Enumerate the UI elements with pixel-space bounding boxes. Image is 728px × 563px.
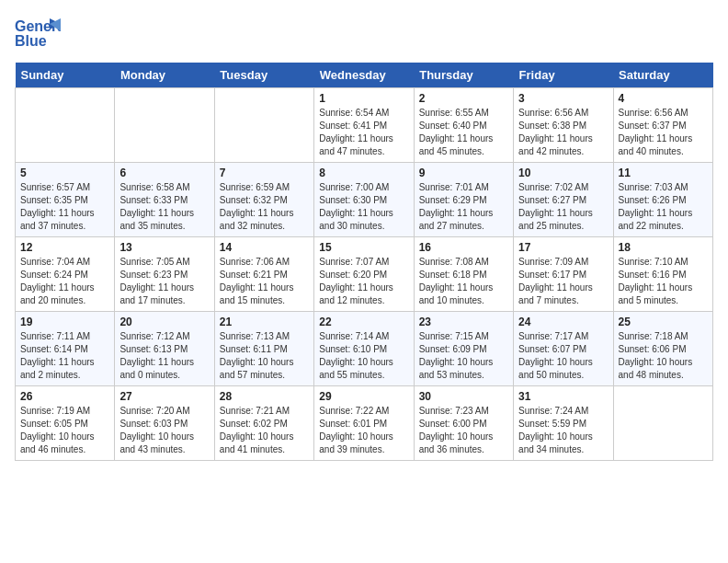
calendar-cell: 30Sunrise: 7:23 AM Sunset: 6:00 PM Dayli… bbox=[414, 386, 513, 461]
calendar-cell: 28Sunrise: 7:21 AM Sunset: 6:02 PM Dayli… bbox=[214, 386, 313, 461]
day-number: 18 bbox=[619, 241, 708, 254]
calendar-cell: 12Sunrise: 7:04 AM Sunset: 6:24 PM Dayli… bbox=[16, 237, 115, 312]
day-info: Sunrise: 7:19 AM Sunset: 6:05 PM Dayligh… bbox=[20, 405, 109, 456]
day-number: 12 bbox=[20, 241, 109, 254]
day-info: Sunrise: 7:02 AM Sunset: 6:27 PM Dayligh… bbox=[518, 181, 608, 233]
header: General Blue bbox=[15, 15, 713, 55]
calendar-cell: 26Sunrise: 7:19 AM Sunset: 6:05 PM Dayli… bbox=[16, 386, 115, 461]
day-info: Sunrise: 7:23 AM Sunset: 6:00 PM Dayligh… bbox=[419, 405, 508, 456]
week-row-1: 1Sunrise: 6:54 AM Sunset: 6:41 PM Daylig… bbox=[16, 88, 713, 163]
day-number: 16 bbox=[419, 241, 508, 254]
day-number: 13 bbox=[119, 241, 209, 254]
day-number: 25 bbox=[619, 316, 708, 328]
weekday-header-saturday: Saturday bbox=[613, 63, 712, 88]
weekday-header-monday: Monday bbox=[115, 63, 214, 88]
calendar-cell: 21Sunrise: 7:13 AM Sunset: 6:11 PM Dayli… bbox=[214, 312, 313, 386]
day-info: Sunrise: 6:56 AM Sunset: 6:38 PM Dayligh… bbox=[518, 107, 608, 158]
calendar-cell: 31Sunrise: 7:24 AM Sunset: 5:59 PM Dayli… bbox=[514, 386, 613, 461]
day-number: 26 bbox=[20, 390, 109, 403]
day-number: 7 bbox=[220, 167, 309, 179]
calendar-cell: 9Sunrise: 7:01 AM Sunset: 6:29 PM Daylig… bbox=[414, 163, 513, 237]
week-row-3: 12Sunrise: 7:04 AM Sunset: 6:24 PM Dayli… bbox=[16, 237, 713, 312]
calendar-table: SundayMondayTuesdayWednesdayThursdayFrid… bbox=[15, 63, 713, 461]
day-info: Sunrise: 7:00 AM Sunset: 6:30 PM Dayligh… bbox=[319, 181, 408, 233]
day-number: 9 bbox=[419, 167, 508, 179]
day-info: Sunrise: 7:03 AM Sunset: 6:26 PM Dayligh… bbox=[619, 181, 708, 233]
calendar-cell: 27Sunrise: 7:20 AM Sunset: 6:03 PM Dayli… bbox=[115, 386, 214, 461]
day-info: Sunrise: 7:20 AM Sunset: 6:03 PM Dayligh… bbox=[119, 405, 209, 456]
day-number: 2 bbox=[419, 92, 508, 105]
calendar-cell: 22Sunrise: 7:14 AM Sunset: 6:10 PM Dayli… bbox=[314, 312, 414, 386]
day-info: Sunrise: 7:06 AM Sunset: 6:21 PM Dayligh… bbox=[220, 256, 309, 307]
day-number: 20 bbox=[119, 316, 209, 328]
day-info: Sunrise: 6:55 AM Sunset: 6:40 PM Dayligh… bbox=[419, 107, 508, 158]
logo: General Blue bbox=[15, 15, 61, 55]
week-row-4: 19Sunrise: 7:11 AM Sunset: 6:14 PM Dayli… bbox=[16, 312, 713, 386]
calendar-cell: 5Sunrise: 6:57 AM Sunset: 6:35 PM Daylig… bbox=[16, 163, 115, 237]
day-number: 10 bbox=[518, 167, 608, 179]
day-number: 17 bbox=[518, 241, 608, 254]
day-number: 6 bbox=[119, 167, 209, 179]
day-number: 14 bbox=[220, 241, 309, 254]
weekday-header-thursday: Thursday bbox=[414, 63, 513, 88]
week-row-5: 26Sunrise: 7:19 AM Sunset: 6:05 PM Dayli… bbox=[16, 386, 713, 461]
calendar-cell: 19Sunrise: 7:11 AM Sunset: 6:14 PM Dayli… bbox=[16, 312, 115, 386]
calendar-cell: 2Sunrise: 6:55 AM Sunset: 6:40 PM Daylig… bbox=[414, 88, 513, 163]
day-info: Sunrise: 6:56 AM Sunset: 6:37 PM Dayligh… bbox=[619, 107, 708, 158]
calendar-cell: 6Sunrise: 6:58 AM Sunset: 6:33 PM Daylig… bbox=[115, 163, 214, 237]
day-info: Sunrise: 7:22 AM Sunset: 6:01 PM Dayligh… bbox=[319, 405, 408, 456]
calendar-cell: 18Sunrise: 7:10 AM Sunset: 6:16 PM Dayli… bbox=[613, 237, 712, 312]
day-info: Sunrise: 7:01 AM Sunset: 6:29 PM Dayligh… bbox=[419, 181, 508, 233]
day-info: Sunrise: 7:13 AM Sunset: 6:11 PM Dayligh… bbox=[220, 330, 309, 382]
day-info: Sunrise: 7:17 AM Sunset: 6:07 PM Dayligh… bbox=[518, 330, 608, 382]
calendar-cell: 8Sunrise: 7:00 AM Sunset: 6:30 PM Daylig… bbox=[314, 163, 414, 237]
day-number: 11 bbox=[619, 167, 708, 179]
day-number: 4 bbox=[619, 92, 708, 105]
calendar-cell: 20Sunrise: 7:12 AM Sunset: 6:13 PM Dayli… bbox=[115, 312, 214, 386]
calendar-cell: 10Sunrise: 7:02 AM Sunset: 6:27 PM Dayli… bbox=[514, 163, 613, 237]
day-info: Sunrise: 7:10 AM Sunset: 6:16 PM Dayligh… bbox=[619, 256, 708, 307]
day-number: 8 bbox=[319, 167, 408, 179]
day-info: Sunrise: 7:24 AM Sunset: 5:59 PM Dayligh… bbox=[518, 405, 608, 456]
calendar-cell: 14Sunrise: 7:06 AM Sunset: 6:21 PM Dayli… bbox=[214, 237, 313, 312]
day-info: Sunrise: 7:21 AM Sunset: 6:02 PM Dayligh… bbox=[220, 405, 309, 456]
logo-icon: General Blue bbox=[15, 15, 61, 55]
week-row-2: 5Sunrise: 6:57 AM Sunset: 6:35 PM Daylig… bbox=[16, 163, 713, 237]
day-info: Sunrise: 7:18 AM Sunset: 6:06 PM Dayligh… bbox=[619, 330, 708, 382]
day-info: Sunrise: 6:59 AM Sunset: 6:32 PM Dayligh… bbox=[220, 181, 309, 233]
day-info: Sunrise: 7:08 AM Sunset: 6:18 PM Dayligh… bbox=[419, 256, 508, 307]
day-number: 5 bbox=[20, 167, 109, 179]
calendar-cell: 24Sunrise: 7:17 AM Sunset: 6:07 PM Dayli… bbox=[514, 312, 613, 386]
day-number: 15 bbox=[319, 241, 408, 254]
day-number: 29 bbox=[319, 390, 408, 403]
day-number: 31 bbox=[518, 390, 608, 403]
day-info: Sunrise: 7:05 AM Sunset: 6:23 PM Dayligh… bbox=[119, 256, 209, 307]
calendar-cell: 17Sunrise: 7:09 AM Sunset: 6:17 PM Dayli… bbox=[514, 237, 613, 312]
calendar-cell: 13Sunrise: 7:05 AM Sunset: 6:23 PM Dayli… bbox=[115, 237, 214, 312]
day-number: 22 bbox=[319, 316, 408, 328]
day-info: Sunrise: 7:12 AM Sunset: 6:13 PM Dayligh… bbox=[119, 330, 209, 382]
day-info: Sunrise: 6:58 AM Sunset: 6:33 PM Dayligh… bbox=[119, 181, 209, 233]
day-info: Sunrise: 7:11 AM Sunset: 6:14 PM Dayligh… bbox=[20, 330, 109, 382]
day-number: 24 bbox=[518, 316, 608, 328]
calendar-cell: 15Sunrise: 7:07 AM Sunset: 6:20 PM Dayli… bbox=[314, 237, 414, 312]
calendar-cell bbox=[16, 88, 115, 163]
day-info: Sunrise: 7:09 AM Sunset: 6:17 PM Dayligh… bbox=[518, 256, 608, 307]
calendar-cell: 7Sunrise: 6:59 AM Sunset: 6:32 PM Daylig… bbox=[214, 163, 313, 237]
calendar-cell: 3Sunrise: 6:56 AM Sunset: 6:38 PM Daylig… bbox=[514, 88, 613, 163]
day-number: 21 bbox=[220, 316, 309, 328]
day-number: 19 bbox=[20, 316, 109, 328]
day-info: Sunrise: 6:54 AM Sunset: 6:41 PM Dayligh… bbox=[319, 107, 408, 158]
day-number: 1 bbox=[319, 92, 408, 105]
svg-text:Blue: Blue bbox=[15, 33, 47, 49]
calendar-cell bbox=[613, 386, 712, 461]
day-number: 3 bbox=[518, 92, 608, 105]
day-info: Sunrise: 6:57 AM Sunset: 6:35 PM Dayligh… bbox=[20, 181, 109, 233]
weekday-header-wednesday: Wednesday bbox=[314, 63, 414, 88]
day-info: Sunrise: 7:15 AM Sunset: 6:09 PM Dayligh… bbox=[419, 330, 508, 382]
day-info: Sunrise: 7:04 AM Sunset: 6:24 PM Dayligh… bbox=[20, 256, 109, 307]
day-number: 28 bbox=[220, 390, 309, 403]
day-number: 30 bbox=[419, 390, 508, 403]
day-info: Sunrise: 7:14 AM Sunset: 6:10 PM Dayligh… bbox=[319, 330, 408, 382]
calendar-cell bbox=[214, 88, 313, 163]
